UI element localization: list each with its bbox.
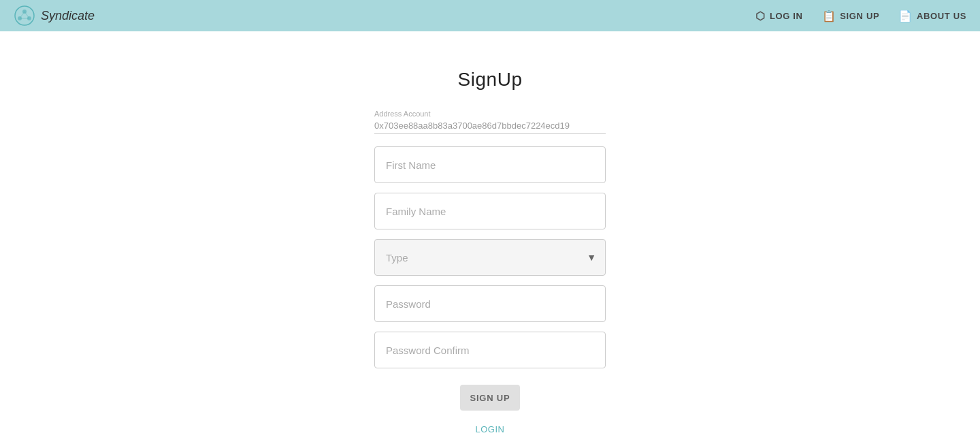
password-input[interactable]: [374, 285, 606, 322]
login-link[interactable]: LOGIN: [475, 424, 504, 434]
svg-line-5: [24, 12, 29, 18]
first-name-input[interactable]: [374, 146, 606, 183]
address-value: 0x703ee88aa8b83a3700ae86d7bbdec7224ecd19: [374, 121, 606, 134]
nav-login-link[interactable]: ⬡ LOG IN: [755, 10, 802, 22]
address-section: Address Account 0x703ee88aa8b83a3700ae86…: [374, 110, 606, 134]
navbar-links: ⬡ LOG IN 📋 SIGN UP 📄 ABOUT US: [755, 10, 966, 22]
brand-name: Syndicate: [41, 9, 95, 23]
nav-signup-label: SIGN UP: [840, 11, 879, 21]
nav-about-link[interactable]: 📄 ABOUT US: [898, 10, 966, 22]
brand-logo-area[interactable]: Syndicate: [14, 5, 95, 27]
nav-about-label: ABOUT US: [917, 11, 966, 21]
signup-form: Address Account 0x703ee88aa8b83a3700ae86…: [0, 110, 980, 434]
info-icon: 📄: [898, 10, 913, 22]
navbar: Syndicate ⬡ LOG IN 📋 SIGN UP 📄 ABOUT US: [0, 0, 980, 31]
signup-button[interactable]: SIGN UP: [460, 385, 520, 411]
address-label: Address Account: [374, 110, 606, 118]
svg-point-0: [15, 6, 34, 25]
type-select-wrapper: Type Individual Organization ▼: [374, 239, 606, 276]
svg-line-4: [20, 12, 24, 18]
password-confirm-input[interactable]: [374, 332, 606, 368]
type-select[interactable]: Type Individual Organization: [374, 239, 606, 276]
main-content: SignUp Address Account 0x703ee88aa8b83a3…: [0, 31, 980, 434]
clipboard-icon: 📋: [822, 10, 836, 22]
nav-signup-link[interactable]: 📋 SIGN UP: [822, 10, 880, 22]
page-title: SignUp: [457, 69, 522, 91]
family-name-input[interactable]: [374, 193, 606, 229]
nav-login-label: LOG IN: [770, 11, 803, 21]
brand-icon: [14, 5, 35, 27]
login-icon: ⬡: [755, 10, 766, 22]
form-actions: SIGN UP LOGIN: [374, 378, 606, 434]
